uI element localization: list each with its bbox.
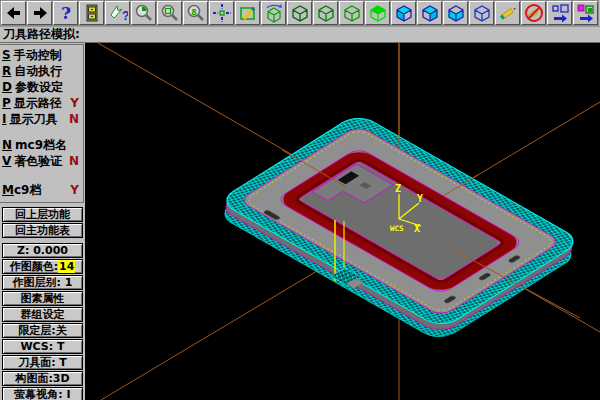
axis-label-z: Z [395,183,401,194]
graphics-viewport[interactable]: Z Y WCS X [85,43,600,400]
construction-plane-button[interactable]: 构图面:3D [2,371,83,386]
shaded-view-1-button[interactable] [391,1,416,25]
z-depth-button[interactable]: Z: 0.000 [2,243,83,258]
repaint-brush-icon [238,3,258,23]
blue-cube-icon [472,3,492,23]
squares-arrow-icon [550,3,570,23]
svg-text:?: ? [61,3,71,23]
magnifier-08-icon: 8 [186,3,206,23]
magnifier-icon [134,3,154,23]
draw-color-button[interactable]: 作图颜色:14 [2,259,83,274]
no-pencil-icon [524,3,544,23]
menu-item-mc9-file[interactable]: Mc9档Y [2,182,83,198]
entity-attributes-button[interactable]: 图素属性 [2,291,83,306]
menu-spacer [2,127,83,137]
zoom-out-08-button[interactable]: 8 [183,1,208,25]
cad-canvas: Z Y WCS X [85,43,600,400]
draw-level-button[interactable]: 作图层别: 1 [2,275,83,290]
nav-buttons: 回上层功能 回主功能表 [0,207,85,238]
axis-label-wcs: WCS [390,224,404,233]
menu-item-mc9-filename[interactable]: Nmc9档名 [2,137,83,153]
menu-item-params[interactable]: D参数设定 [2,79,83,95]
screen-to-next-button[interactable] [547,1,572,25]
green-cube-icon [342,3,362,23]
status-value: N [69,154,79,168]
status-buttons: Z: 0.000 作图颜色:14 作图层别: 1 图素属性 群组设定 限定层:关… [0,243,85,400]
cyan-cube-icon [446,3,466,23]
color-swatch: 14 [58,260,75,273]
cyan-cube-icon [420,3,440,23]
draw-pencil-button[interactable] [495,1,520,25]
axis-label-x: X [414,223,420,234]
magnifier-window-icon [160,3,180,23]
status-value: N [69,112,79,126]
wireframe-view-4-button[interactable] [365,1,390,25]
level-limit-button[interactable]: 限定层:关 [2,323,83,338]
wcs-button[interactable]: WCS: T [2,339,83,354]
shaded-view-4-button[interactable] [469,1,494,25]
wireframe-view-2-button[interactable] [313,1,338,25]
menu-item-auto-run[interactable]: R自动执行 [2,63,83,79]
status-value: Y [70,183,79,197]
file-cabinet-icon [82,3,102,23]
svg-text:?: ? [122,9,128,23]
green-cube-icon [290,3,310,23]
forward-button[interactable] [27,1,52,25]
wireframe-view-3-button[interactable] [339,1,364,25]
repaint-button[interactable] [235,1,260,25]
shaded-view-2-button[interactable] [417,1,442,25]
graphics-view-button[interactable]: 萤幕视角: I [2,387,83,400]
status-value: Y [70,96,79,110]
menu-item-shade-verify[interactable]: V著色验证N [2,153,83,169]
tool-plane-button[interactable]: 刀具面: T [2,355,83,370]
fit-screen-button[interactable] [209,1,234,25]
zoom-button[interactable] [131,1,156,25]
toolbar: ? ? 8 [0,0,600,27]
file-manager-button[interactable] [79,1,104,25]
menu-item-show-path[interactable]: P显示路径Y [2,95,83,111]
cursor-question-icon: ? [108,3,128,23]
back-to-main-menu-button[interactable]: 回主功能表 [2,223,83,238]
dynamic-views-button[interactable] [261,1,286,25]
rotate-cube-icon [264,3,284,23]
sidebar: S手动控制 R自动执行 D参数设定 P显示路径Y I显示刀具N Nmc9档名 V… [0,43,85,400]
prompt-label: 刀具路径模拟: [3,26,80,43]
menu-item-manual-control[interactable]: S手动控制 [2,47,83,63]
zoom-window-button[interactable] [157,1,182,25]
green-cube-icon [316,3,336,23]
svg-text:8: 8 [191,7,196,17]
prompt-bar: 刀具路径模拟: [0,27,600,43]
forward-arrow-icon [30,3,50,23]
back-button[interactable] [1,1,26,25]
back-arrow-icon [4,3,24,23]
pencil-icon [498,3,518,23]
screen-combine-button[interactable] [573,1,598,25]
menu-spacer [2,169,83,182]
shaded-view-3-button[interactable] [443,1,468,25]
fit-cross-icon [212,3,232,23]
analyze-help-button[interactable]: ? [105,1,130,25]
erase-disabled-button[interactable] [521,1,546,25]
group-settings-button[interactable]: 群组设定 [2,307,83,322]
wireframe-view-1-button[interactable] [287,1,312,25]
bright-green-cube-icon [368,3,388,23]
question-mark-icon: ? [56,3,76,23]
toolpath-sim-menu: S手动控制 R自动执行 D参数设定 P显示路径Y I显示刀具N Nmc9档名 V… [0,44,84,203]
colored-squares-arrow-icon [576,3,596,23]
help-button[interactable]: ? [53,1,78,25]
menu-item-show-tool[interactable]: I显示刀具N [2,111,83,127]
axis-label-y: Y [417,193,423,204]
cyan-cube-icon [394,3,414,23]
back-to-previous-menu-button[interactable]: 回上层功能 [2,207,83,222]
